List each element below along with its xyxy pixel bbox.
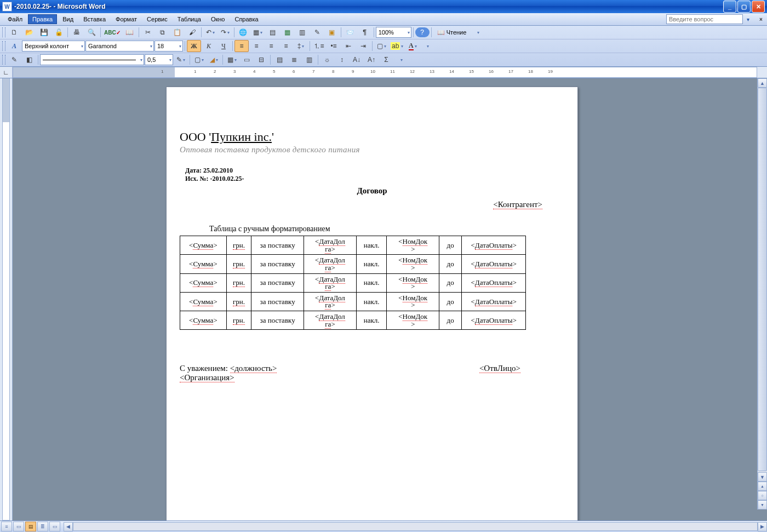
scroll-thumb[interactable] [758,88,767,471]
print-button[interactable]: 🖶 [70,26,84,38]
hyperlink-button[interactable]: 🌐 [236,26,250,38]
document-canvas[interactable]: ООО 'Пупкин inc.' Оптовая поставка проду… [13,78,758,520]
reading-layout-button[interactable]: 📖 Чтение [433,26,471,38]
help-button[interactable]: ? [415,27,430,37]
toolbar-overflow-1[interactable] [471,26,485,38]
merge-cells-button[interactable]: ▭ [239,54,254,66]
text-direction-button[interactable]: ↕ [335,54,349,66]
menu-edit[interactable]: Правка [28,14,57,24]
select-browse-object-button[interactable]: ○ [758,491,767,500]
ruler-vertical[interactable] [0,78,13,520]
mdi-close-button[interactable]: × [757,15,765,24]
scroll-up-button[interactable]: ▲ [758,78,767,88]
sort-desc-button[interactable]: A↑ [364,54,379,66]
underline-button[interactable]: Ч [216,40,231,52]
toolbar-grip[interactable] [2,41,5,51]
align-justify-button[interactable]: ≡ [279,40,293,52]
sort-asc-button[interactable]: A↓ [350,54,364,66]
menu-help[interactable]: Справка [230,14,262,24]
window-maximize-button[interactable]: ▢ [737,1,751,13]
font-combo[interactable]: Garamond [85,41,154,52]
distribute-rows-button[interactable]: ≣ [287,54,301,66]
font-size-combo[interactable]: 18 [154,41,183,52]
bold-button[interactable]: Ж [187,40,201,52]
help-search-input[interactable] [666,14,743,24]
view-reading-button[interactable]: ▭ [49,522,60,531]
window-minimize-button[interactable]: _ [723,1,736,13]
toolbar-grip[interactable] [2,55,5,65]
numbered-list-button[interactable]: ⒈≡ [312,40,326,52]
menu-table[interactable]: Таблица [173,14,205,24]
align-center-button[interactable]: ≡ [249,40,264,52]
line-style-combo[interactable] [40,54,144,65]
undo-button[interactable]: ↶ [203,26,217,38]
eraser-button[interactable]: ◧ [22,54,36,66]
menu-insert[interactable]: Вставка [79,14,110,24]
split-cells-button[interactable]: ⊟ [254,54,268,66]
increase-indent-button[interactable]: ⇥ [356,40,370,52]
spellcheck-button[interactable]: ABC✓ [102,26,122,38]
align-right-button[interactable]: ≡ [264,40,278,52]
border-color-button[interactable]: ✎ [174,54,188,66]
style-combo[interactable]: Верхний колонт [22,41,85,52]
show-marks-button[interactable]: ¶ [358,26,372,38]
scroll-left-button[interactable]: ◀ [64,522,73,531]
copy-button[interactable]: ⧉ [156,26,170,38]
menu-view[interactable]: Вид [58,14,78,24]
distribute-cols-button[interactable]: ▥ [302,54,316,66]
cut-button[interactable]: ✂ [141,26,155,38]
font-color-button[interactable]: A [405,40,420,52]
new-doc-button[interactable]: 🗋 [7,26,21,38]
save-button[interactable]: 💾 [37,26,51,38]
tab-selector[interactable]: ∟ [0,67,13,78]
styles-pane-button[interactable]: A [7,40,21,52]
docmap-button[interactable]: ▣ [325,26,339,38]
align-cell-button[interactable]: ▤ [272,54,287,66]
menu-tools[interactable]: Сервис [142,14,172,24]
menu-file[interactable]: Файл [3,14,27,24]
research-button[interactable]: 📖 [123,26,137,38]
line-spacing-button[interactable]: ‡ [294,40,308,52]
line-weight-combo[interactable]: 0,5 [145,54,173,65]
menu-window[interactable]: Окно [207,14,230,24]
vertical-scrollbar[interactable]: ▲ ▼ ▲ ○ ▼ [757,78,767,510]
insert-table-button[interactable]: ▤ [266,26,280,38]
view-outline-button[interactable]: ≣ [37,522,48,531]
open-button[interactable]: 📂 [22,26,36,38]
decrease-indent-button[interactable]: ⇤ [341,40,356,52]
prev-page-button[interactable]: ▲ [758,482,767,491]
columns-button[interactable]: ▥ [295,26,310,38]
borders-button[interactable]: ▢ [374,40,388,52]
outside-border-button[interactable]: ▢ [192,54,206,66]
toolbar-grip[interactable] [2,27,5,37]
envelope-button[interactable]: 📨 [343,26,357,38]
draw-table-button[interactable]: ✎ [7,54,21,66]
excel-button[interactable]: ▦ [281,26,295,38]
insert-table-button-2[interactable]: ▦ [225,54,239,66]
horizontal-scrollbar[interactable]: ◀ ▶ [64,522,767,531]
toolbar-overflow-3[interactable] [394,54,408,66]
help-dropdown-icon[interactable]: ▾ [744,15,752,24]
ruler-horizontal[interactable]: 1 1 2 3 4 5 6 7 8 9 10 11 12 13 14 15 16… [13,67,757,78]
highlight-button[interactable]: ab [389,40,405,52]
toolbar-overflow-2[interactable] [420,40,434,52]
view-normal-button[interactable]: ≡ [1,522,12,531]
italic-button[interactable]: К [202,40,216,52]
view-print-button[interactable]: ▤ [25,522,36,531]
format-painter-button[interactable]: 🖌 [185,26,199,38]
shading-color-button[interactable]: ◢ [207,54,221,66]
bulleted-list-button[interactable]: •≡ [327,40,341,52]
window-close-button[interactable]: ✕ [752,1,765,13]
page[interactable]: ООО 'Пупкин inc.' Оптовая поставка проду… [166,87,578,520]
view-web-button[interactable]: ▭ [13,522,24,531]
zoom-combo[interactable]: 100% [376,27,411,38]
next-page-button[interactable]: ▼ [758,500,767,510]
drawing-button[interactable]: ✎ [310,26,324,38]
print-preview-button[interactable]: 🔍 [84,26,99,38]
tables-borders-button[interactable]: ▦ [251,26,265,38]
menu-format[interactable]: Формат [111,14,141,24]
scroll-right-button[interactable]: ▶ [758,522,767,531]
autosum-button[interactable]: Σ [379,54,393,66]
autoformat-button[interactable]: ☼ [320,54,334,66]
paste-button[interactable]: 📋 [170,26,185,38]
